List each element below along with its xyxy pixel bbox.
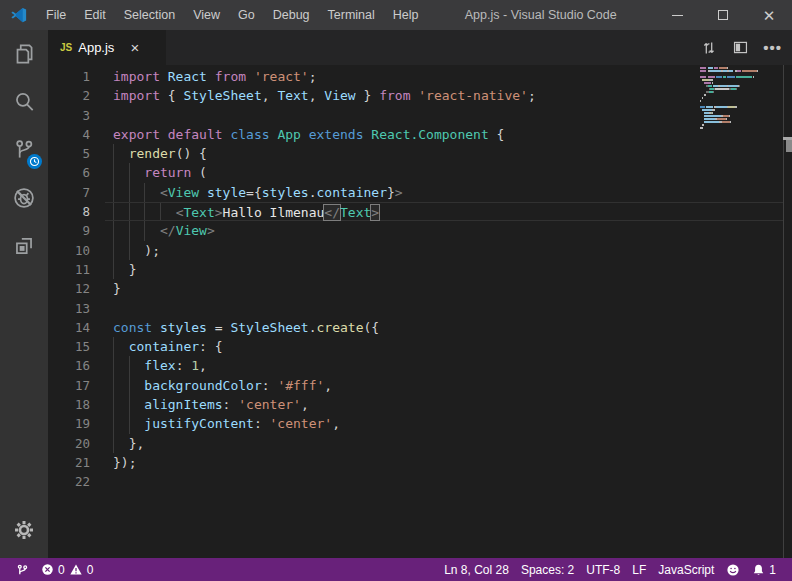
minimap[interactable] bbox=[700, 67, 764, 133]
notifications-item[interactable]: 1 bbox=[746, 558, 782, 581]
line-number[interactable]: 20 bbox=[48, 434, 105, 453]
code-content[interactable]: return ( bbox=[105, 163, 783, 182]
feedback-item[interactable] bbox=[720, 558, 746, 581]
encoding[interactable]: UTF-8 bbox=[580, 558, 626, 581]
line-number[interactable]: 12 bbox=[48, 279, 105, 298]
code-content[interactable]: } bbox=[105, 279, 783, 298]
code-line[interactable]: 19 justifyContent: 'center', bbox=[48, 414, 783, 433]
code-line[interactable]: 16 flex: 1, bbox=[48, 356, 783, 375]
line-number[interactable]: 15 bbox=[48, 337, 105, 356]
code-content[interactable]: container: { bbox=[105, 337, 783, 356]
git-branch-item[interactable] bbox=[10, 558, 35, 581]
swap-arrows-icon[interactable] bbox=[700, 39, 718, 57]
code-content[interactable]: ); bbox=[105, 241, 783, 260]
code-content[interactable]: const styles = StyleSheet.create({ bbox=[105, 318, 783, 337]
code-content[interactable] bbox=[105, 472, 783, 491]
line-number[interactable]: 7 bbox=[48, 183, 105, 202]
line-number[interactable]: 19 bbox=[48, 414, 105, 433]
activity-search[interactable] bbox=[0, 78, 48, 126]
menu-help[interactable]: Help bbox=[384, 0, 428, 30]
tab-close-icon[interactable]: × bbox=[130, 40, 139, 55]
code-line[interactable]: 5 render() { bbox=[48, 144, 783, 163]
more-actions-icon[interactable]: ••• bbox=[763, 43, 782, 53]
menu-debug[interactable]: Debug bbox=[264, 0, 319, 30]
activity-extensions[interactable] bbox=[0, 222, 48, 270]
menu-edit[interactable]: Edit bbox=[75, 0, 115, 30]
line-number[interactable]: 9 bbox=[48, 221, 105, 240]
tab-appjs[interactable]: JS App.js × bbox=[48, 30, 166, 65]
code-content[interactable]: import React from 'react'; bbox=[105, 67, 783, 86]
cursor-position[interactable]: Ln 8, Col 28 bbox=[438, 558, 515, 581]
code-content[interactable]: alignItems: 'center', bbox=[105, 395, 783, 414]
scrollbar-thumb[interactable] bbox=[786, 140, 792, 152]
code-line[interactable]: 14const styles = StyleSheet.create({ bbox=[48, 318, 783, 337]
code-content[interactable]: justifyContent: 'center', bbox=[105, 414, 783, 433]
line-number[interactable]: 10 bbox=[48, 241, 105, 260]
code-line[interactable]: 17 backgroundColor: '#fff', bbox=[48, 376, 783, 395]
line-number[interactable]: 17 bbox=[48, 376, 105, 395]
line-number[interactable]: 16 bbox=[48, 356, 105, 375]
code-line[interactable]: 9 </View> bbox=[48, 221, 783, 240]
code-lines[interactable]: 1import React from 'react';2import { Sty… bbox=[48, 67, 783, 492]
close-button[interactable]: ✕ bbox=[746, 0, 792, 30]
line-number[interactable]: 8 bbox=[48, 202, 105, 221]
code-line[interactable]: 3 bbox=[48, 106, 783, 125]
code-content[interactable] bbox=[105, 299, 783, 318]
maximize-button[interactable] bbox=[700, 0, 746, 30]
language-mode[interactable]: JavaScript bbox=[652, 558, 720, 581]
menu-file[interactable]: File bbox=[37, 0, 75, 30]
code-content[interactable]: render() { bbox=[105, 144, 783, 163]
code-line[interactable]: 15 container: { bbox=[48, 337, 783, 356]
editor-scrollbar[interactable] bbox=[783, 65, 792, 558]
menu-view[interactable]: View bbox=[184, 0, 229, 30]
code-line[interactable]: 1import React from 'react'; bbox=[48, 67, 783, 86]
code-line[interactable]: 4export default class App extends React.… bbox=[48, 125, 783, 144]
line-number[interactable]: 5 bbox=[48, 144, 105, 163]
indentation[interactable]: Spaces: 2 bbox=[515, 558, 580, 581]
line-number[interactable]: 18 bbox=[48, 395, 105, 414]
code-line[interactable]: 11 } bbox=[48, 260, 783, 279]
code-line[interactable]: 6 return ( bbox=[48, 163, 783, 182]
activity-manage[interactable] bbox=[0, 510, 48, 550]
code-line[interactable]: 8 <Text>Hallo Ilmenau</Text> bbox=[48, 202, 783, 221]
code-content[interactable]: import { StyleSheet, Text, View } from '… bbox=[105, 86, 783, 105]
code-content[interactable]: export default class App extends React.C… bbox=[105, 125, 783, 144]
code-content[interactable] bbox=[105, 106, 783, 125]
activity-debug[interactable] bbox=[0, 174, 48, 222]
menu-go[interactable]: Go bbox=[229, 0, 264, 30]
line-number[interactable]: 6 bbox=[48, 163, 105, 182]
split-editor-icon[interactable] bbox=[732, 39, 749, 56]
line-number[interactable]: 2 bbox=[48, 86, 105, 105]
code-line[interactable]: 21}); bbox=[48, 453, 783, 472]
line-number[interactable]: 1 bbox=[48, 67, 105, 86]
line-number[interactable]: 21 bbox=[48, 453, 105, 472]
line-number[interactable]: 13 bbox=[48, 299, 105, 318]
code-content[interactable]: } bbox=[105, 260, 783, 279]
line-number[interactable]: 3 bbox=[48, 106, 105, 125]
code-content[interactable]: </View> bbox=[105, 221, 783, 240]
line-number[interactable]: 4 bbox=[48, 125, 105, 144]
minimize-button[interactable] bbox=[654, 0, 700, 30]
code-editor[interactable]: 1import React from 'react';2import { Sty… bbox=[48, 65, 792, 558]
code-content[interactable]: <View style={styles.container}> bbox=[105, 183, 783, 202]
code-line[interactable]: 2import { StyleSheet, Text, View } from … bbox=[48, 86, 783, 105]
problems-item[interactable]: 0 0 bbox=[35, 558, 99, 581]
code-line[interactable]: 20 }, bbox=[48, 434, 783, 453]
code-content[interactable]: }, bbox=[105, 434, 783, 453]
code-content[interactable]: <Text>Hallo Ilmenau</Text> bbox=[105, 202, 783, 221]
code-line[interactable]: 18 alignItems: 'center', bbox=[48, 395, 783, 414]
code-content[interactable]: flex: 1, bbox=[105, 356, 783, 375]
code-line[interactable]: 22 bbox=[48, 472, 783, 491]
line-number[interactable]: 11 bbox=[48, 260, 105, 279]
line-number[interactable]: 22 bbox=[48, 472, 105, 491]
code-content[interactable]: backgroundColor: '#fff', bbox=[105, 376, 783, 395]
line-number[interactable]: 14 bbox=[48, 318, 105, 337]
menu-selection[interactable]: Selection bbox=[115, 0, 184, 30]
code-line[interactable]: 7 <View style={styles.container}> bbox=[48, 183, 783, 202]
activity-explorer[interactable] bbox=[0, 30, 48, 78]
code-line[interactable]: 10 ); bbox=[48, 241, 783, 260]
eol-sequence[interactable]: LF bbox=[626, 558, 652, 581]
code-content[interactable]: }); bbox=[105, 453, 783, 472]
menu-terminal[interactable]: Terminal bbox=[319, 0, 384, 30]
activity-source-control[interactable] bbox=[0, 126, 48, 174]
